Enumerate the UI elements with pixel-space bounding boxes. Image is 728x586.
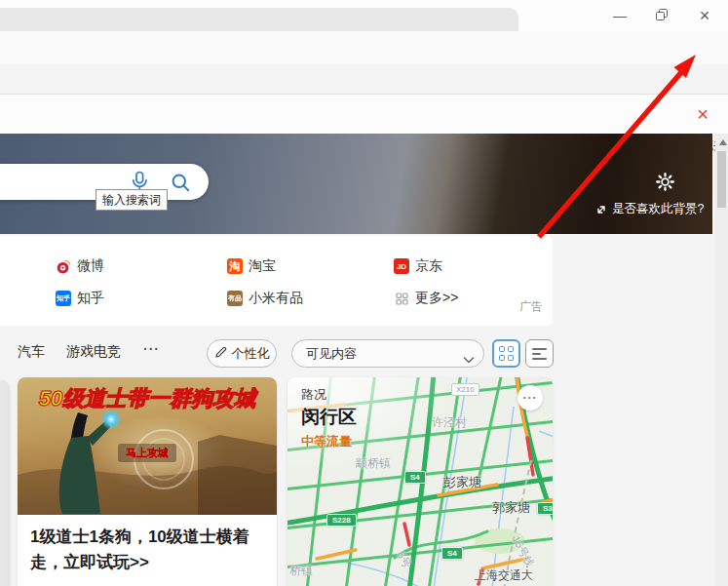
headline-view-button[interactable] bbox=[525, 339, 554, 368]
restore-icon bbox=[656, 7, 668, 24]
quicklink-jd[interactable]: JD 京东 bbox=[394, 257, 442, 275]
chevron-down-icon bbox=[463, 350, 475, 368]
bookmarks-bar: 其他收藏夹 bbox=[0, 64, 728, 94]
quicklink-label: 京东 bbox=[415, 257, 442, 275]
resize-diagonal-icon bbox=[594, 203, 608, 220]
game-ad-overlay-title: 50级道士带一群狗攻城 bbox=[18, 384, 277, 413]
jd-icon: JD bbox=[394, 258, 409, 274]
quicklink-weibo[interactable]: 微博 bbox=[56, 257, 104, 275]
road-badge-s228: S228 bbox=[326, 514, 357, 527]
road-badge-s4-lower: S4 bbox=[441, 547, 463, 560]
quicklink-label: 微博 bbox=[77, 257, 104, 275]
pencil-icon bbox=[214, 346, 227, 362]
tab-cars[interactable]: 汽车 bbox=[18, 343, 45, 361]
card-menu-button[interactable]: ··· bbox=[517, 385, 543, 410]
zhihu-icon: 知乎 bbox=[56, 291, 71, 306]
tab-strip bbox=[0, 8, 518, 31]
map-label-qiaozhen: 桥镇 bbox=[289, 563, 313, 579]
youpin-icon: 有品 bbox=[227, 291, 243, 306]
game-ad-image: 50级道士带一群狗攻城 马上攻城 bbox=[18, 377, 277, 515]
road-badge-s32: S32 bbox=[537, 502, 553, 515]
close-window-button[interactable]: × bbox=[689, 4, 720, 27]
title-bar: — × bbox=[0, 0, 728, 31]
road-badge-s4: S4 bbox=[404, 471, 426, 484]
game-ad-description[interactable]: 1级道士1条狗，10级道士横着走，立即试玩>> bbox=[18, 515, 277, 575]
quicklink-label: 淘宝 bbox=[249, 257, 276, 275]
tab-gaming[interactable]: 游戏电竞 bbox=[66, 343, 121, 361]
traffic-district: 闵行区 bbox=[301, 405, 357, 430]
taobao-icon: 淘 bbox=[227, 258, 243, 274]
map-label-town: 颛桥镇 bbox=[356, 455, 391, 472]
search-tooltip: 输入搜索词 bbox=[96, 189, 168, 211]
road-badge-x210: X210 bbox=[451, 383, 479, 396]
quicklink-label: 更多>> bbox=[415, 290, 458, 307]
ad-label: 广告 bbox=[519, 298, 543, 315]
quicklink-label: 知乎 bbox=[77, 290, 104, 307]
quicklink-label: 小米有品 bbox=[249, 290, 303, 307]
headline-view-icon bbox=[532, 348, 547, 360]
notification-banner: × bbox=[0, 94, 728, 135]
personalize-label: 个性化 bbox=[232, 345, 270, 363]
grid-view-button[interactable] bbox=[492, 339, 520, 368]
visible-content-dropdown[interactable]: 可见内容 bbox=[291, 339, 484, 368]
quicklink-taobao[interactable]: 淘 淘宝 bbox=[227, 257, 276, 275]
personalize-button[interactable]: 个性化 bbox=[207, 339, 277, 368]
game-ad-overlay-cta: 马上攻城 bbox=[118, 444, 176, 462]
weibo-icon bbox=[56, 258, 71, 274]
traffic-card-header: 路况 bbox=[301, 386, 326, 404]
grid-view-icon bbox=[499, 346, 514, 361]
map-label-guojiatang: 郭家塘 bbox=[492, 499, 530, 517]
scrollbar-up-arrow[interactable] bbox=[719, 139, 727, 145]
restore-button[interactable] bbox=[646, 4, 677, 27]
map-label-pengjiatang: 彭家塘 bbox=[443, 474, 481, 491]
browser-window: — × bbox=[0, 0, 728, 586]
quicklink-more[interactable]: 更多>> bbox=[394, 290, 458, 307]
game-ad-card[interactable]: 50级道士带一群狗攻城 马上攻城 1级道士1条狗，10级道士横着走，立即试玩>> bbox=[18, 377, 277, 586]
search-icon[interactable] bbox=[171, 173, 191, 197]
traffic-map-card[interactable]: X210 许泾村 颛桥镇 S4 彭家塘 郭家塘 S32 S228 S4 5号 1… bbox=[287, 377, 553, 586]
feed-more-tabs-button[interactable]: ··· bbox=[143, 341, 160, 357]
quicklinks-panel bbox=[0, 236, 553, 326]
quicklink-zhihu[interactable]: 知乎 知乎 bbox=[56, 290, 104, 307]
minimize-button[interactable]: — bbox=[604, 4, 635, 27]
background-feedback-link[interactable]: 是否喜欢此背景? bbox=[612, 201, 704, 217]
gear-icon[interactable] bbox=[654, 171, 676, 197]
banner-close-icon[interactable]: × bbox=[690, 101, 715, 127]
previous-card-edge[interactable] bbox=[0, 380, 10, 586]
map-label-university: 上海交通大 bbox=[475, 567, 533, 584]
traffic-status-badge: 中等流量 bbox=[301, 433, 352, 450]
browser-toolbar: ··· bbox=[0, 31, 728, 64]
scrollbar-thumb[interactable] bbox=[717, 151, 726, 208]
map-label-village: 许泾村 bbox=[432, 414, 467, 431]
quicklink-xiaomi-youpin[interactable]: 有品 小米有品 bbox=[227, 290, 303, 307]
more-grid-icon bbox=[394, 291, 409, 306]
